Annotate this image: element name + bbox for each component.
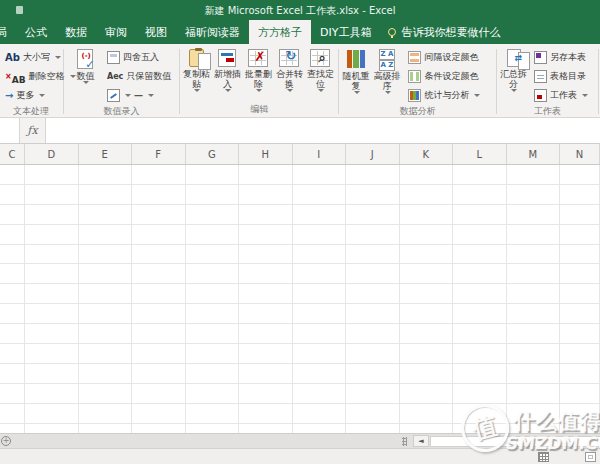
grid-cell[interactable] bbox=[0, 404, 25, 423]
grid-cell[interactable] bbox=[507, 404, 561, 423]
grid-cell[interactable] bbox=[400, 424, 454, 433]
grid-cell[interactable] bbox=[25, 185, 79, 204]
grid-cell[interactable] bbox=[186, 304, 240, 323]
grid-cell[interactable] bbox=[346, 304, 400, 323]
grid-cell[interactable] bbox=[400, 245, 454, 264]
grid-cell[interactable] bbox=[293, 165, 347, 184]
tab-splitter-handle[interactable] bbox=[402, 437, 407, 446]
grid-cell[interactable] bbox=[239, 245, 293, 264]
page-layout-view-icon[interactable] bbox=[585, 452, 596, 462]
copy-paste-button[interactable]: 复制粘贴 bbox=[181, 48, 212, 92]
merge-convert-button[interactable]: ↻ 合并转换 bbox=[274, 48, 305, 92]
grid-cell[interactable] bbox=[79, 344, 133, 363]
grid-cell[interactable] bbox=[453, 404, 507, 423]
grid-cell[interactable] bbox=[400, 304, 454, 323]
grid-cell[interactable] bbox=[453, 284, 507, 303]
grid-cell[interactable] bbox=[0, 364, 25, 383]
grid-cell[interactable] bbox=[293, 185, 347, 204]
grid-cell[interactable] bbox=[0, 384, 25, 403]
tab-view[interactable]: 视图 bbox=[136, 20, 176, 44]
statistics-analysis-button[interactable]: 统计与分析 bbox=[406, 86, 482, 105]
grid-cell[interactable] bbox=[79, 225, 133, 244]
grid-cell[interactable] bbox=[186, 404, 240, 423]
grid-cell[interactable] bbox=[25, 205, 79, 224]
grid-cell[interactable] bbox=[79, 384, 133, 403]
grid-cell[interactable] bbox=[25, 264, 79, 283]
grid-cell[interactable] bbox=[0, 264, 25, 283]
grid-cell[interactable] bbox=[132, 304, 186, 323]
record-entry-icon[interactable] bbox=[107, 89, 120, 102]
grid-cell[interactable] bbox=[0, 304, 25, 323]
grid-cell[interactable] bbox=[132, 264, 186, 283]
caret-down-icon[interactable] bbox=[148, 94, 154, 97]
advanced-sort-button[interactable]: Z A A Z 高级排序 bbox=[371, 48, 402, 94]
grid-cell[interactable] bbox=[346, 205, 400, 224]
grid-cell[interactable] bbox=[293, 245, 347, 264]
tab-page-layout[interactable]: 页面布局 bbox=[0, 20, 16, 44]
column-header[interactable]: J bbox=[346, 144, 400, 164]
grid-cell[interactable] bbox=[453, 225, 507, 244]
grid-cell[interactable] bbox=[79, 404, 133, 423]
grid-cell[interactable] bbox=[132, 245, 186, 264]
column-header[interactable]: D bbox=[25, 144, 79, 164]
grid-cell[interactable] bbox=[25, 404, 79, 423]
tab-review[interactable]: 审阅 bbox=[96, 20, 136, 44]
grid-cell[interactable] bbox=[239, 225, 293, 244]
grid-cell[interactable] bbox=[132, 185, 186, 204]
interval-color-button[interactable]: 间隔设定颜色 bbox=[406, 48, 482, 67]
grid-cell[interactable] bbox=[79, 205, 133, 224]
grid-cell[interactable] bbox=[25, 344, 79, 363]
formula-input[interactable] bbox=[46, 118, 600, 143]
column-header[interactable]: K bbox=[400, 144, 454, 164]
grid-cell[interactable] bbox=[560, 304, 600, 323]
grid-cell[interactable] bbox=[453, 165, 507, 184]
grid-cell[interactable] bbox=[560, 165, 600, 184]
grid-cell[interactable] bbox=[560, 185, 600, 204]
column-header[interactable]: M bbox=[507, 144, 561, 164]
grid-cell[interactable] bbox=[400, 284, 454, 303]
grid-cell[interactable] bbox=[79, 424, 133, 433]
grid-cell[interactable] bbox=[132, 324, 186, 343]
grid-cell[interactable] bbox=[346, 344, 400, 363]
grid-cell[interactable] bbox=[25, 284, 79, 303]
tell-me-box[interactable]: 告诉我你想要做什么 bbox=[380, 20, 508, 44]
grid-cell[interactable] bbox=[293, 364, 347, 383]
grid-cell[interactable] bbox=[507, 284, 561, 303]
grid-cell[interactable] bbox=[186, 364, 240, 383]
grid-cell[interactable] bbox=[239, 404, 293, 423]
grid-cell[interactable] bbox=[346, 384, 400, 403]
grid-cell[interactable] bbox=[132, 284, 186, 303]
condition-color-button[interactable]: 条件设定颜色 bbox=[406, 67, 482, 86]
grid-cell[interactable] bbox=[25, 165, 79, 184]
grid-cell[interactable] bbox=[0, 424, 25, 433]
grid-cell[interactable] bbox=[346, 245, 400, 264]
grid-cell[interactable] bbox=[132, 404, 186, 423]
grid-cell[interactable] bbox=[346, 324, 400, 343]
grid-cell[interactable] bbox=[560, 404, 600, 423]
grid-cell[interactable] bbox=[239, 324, 293, 343]
grid-cell[interactable] bbox=[560, 344, 600, 363]
grid-cell[interactable] bbox=[132, 225, 186, 244]
grid-cell[interactable] bbox=[186, 165, 240, 184]
grid-cell[interactable] bbox=[186, 284, 240, 303]
grid-cell[interactable] bbox=[507, 165, 561, 184]
grid-cell[interactable] bbox=[560, 284, 600, 303]
grid-cell[interactable] bbox=[507, 205, 561, 224]
find-locate-button[interactable]: ⌕ 查找定位 bbox=[305, 48, 336, 92]
grid-cell[interactable] bbox=[346, 264, 400, 283]
grid-cell[interactable] bbox=[346, 364, 400, 383]
grid-cell[interactable] bbox=[400, 165, 454, 184]
column-header[interactable]: E bbox=[79, 144, 133, 164]
grid-cell[interactable] bbox=[293, 324, 347, 343]
normal-view-icon[interactable] bbox=[538, 452, 549, 462]
grid-cell[interactable] bbox=[239, 344, 293, 363]
grid-cell[interactable] bbox=[25, 245, 79, 264]
column-header[interactable]: N bbox=[560, 144, 600, 164]
grid-cell[interactable] bbox=[0, 205, 25, 224]
grid-cell[interactable] bbox=[346, 185, 400, 204]
grid-cell[interactable] bbox=[0, 185, 25, 204]
grid-cell[interactable] bbox=[293, 225, 347, 244]
grid-cell[interactable] bbox=[453, 344, 507, 363]
grid-cell[interactable] bbox=[186, 205, 240, 224]
scroll-left-button[interactable]: ◄ bbox=[413, 435, 429, 447]
